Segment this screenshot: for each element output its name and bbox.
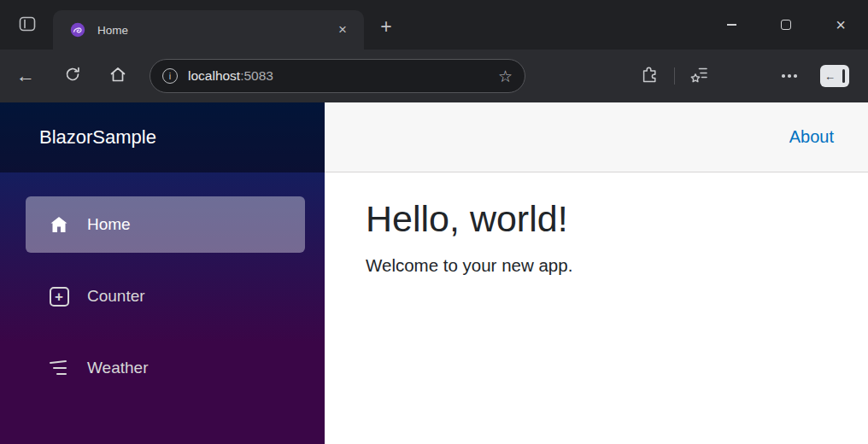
sidebar-item-counter[interactable]: + Counter <box>26 268 305 324</box>
sidebar-item-label: Counter <box>87 287 145 306</box>
toolbar-separator <box>674 67 675 85</box>
tab-actions-icon <box>17 14 38 38</box>
site-info-button[interactable]: i <box>162 68 178 84</box>
minimize-icon <box>727 24 736 26</box>
browser-window: Home × + × ← <box>0 0 868 444</box>
welcome-text: Welcome to your new app. <box>366 255 851 276</box>
close-icon: × <box>338 21 347 38</box>
main-area: About Hello, world! Welcome to your new … <box>325 102 868 444</box>
page-heading: Hello, world! <box>366 198 851 240</box>
sidebar-toggle-icon: ← <box>820 65 849 87</box>
sidebar-brand-row: BlazorSample <box>0 102 325 172</box>
sidebar-toggle-button[interactable]: ← <box>820 62 847 90</box>
browser-toolbar: ← i localhost:5083 ☆ <box>0 50 868 102</box>
refresh-icon <box>64 66 81 86</box>
sidebar-item-label: Home <box>87 215 131 234</box>
url-text: localhost:5083 <box>188 68 273 84</box>
browser-home-button[interactable] <box>103 61 133 91</box>
new-tab-button[interactable]: + <box>372 13 400 40</box>
sidebar-item-home[interactable]: Home <box>26 196 305 253</box>
window-controls: × <box>704 0 868 50</box>
arrow-left-icon: ← <box>824 71 836 82</box>
browser-tab[interactable]: Home × <box>53 10 364 50</box>
star-icon: ☆ <box>498 67 513 85</box>
tab-actions-button[interactable] <box>14 12 41 39</box>
favorites-button[interactable] <box>685 62 713 90</box>
url-host: localhost <box>188 68 240 83</box>
refresh-button[interactable] <box>57 61 88 91</box>
close-window-button[interactable]: × <box>813 0 868 50</box>
settings-menu-button[interactable] <box>776 62 803 90</box>
maximize-button[interactable] <box>759 0 813 50</box>
sidebar-nav: Home + Counter Weather <box>0 172 325 396</box>
favorite-star-button[interactable]: ☆ <box>498 68 513 85</box>
more-options-icon <box>782 74 797 78</box>
tab-strip: Home × + × <box>0 0 868 50</box>
back-icon: ← <box>16 67 35 85</box>
back-button[interactable]: ← <box>10 61 41 91</box>
sidebar-item-label: Weather <box>87 359 148 377</box>
blazor-favicon-icon <box>70 22 85 38</box>
tab-close-button[interactable]: × <box>331 19 354 41</box>
info-icon: i <box>169 72 171 81</box>
address-bar[interactable]: i localhost:5083 ☆ <box>150 59 525 93</box>
extensions-puzzle-icon <box>640 65 659 87</box>
list-nested-icon <box>48 361 70 375</box>
page-top-row: About <box>325 102 868 172</box>
app-sidebar: BlazorSample Home + Counter <box>0 102 325 444</box>
web-page: BlazorSample Home + Counter <box>0 102 868 444</box>
sidebar-item-weather[interactable]: Weather <box>26 340 305 396</box>
tab-title: Home <box>97 24 331 37</box>
plus-square-icon: + <box>48 287 70 307</box>
about-link[interactable]: About <box>789 127 834 147</box>
page-content: Hello, world! Welcome to your new app. <box>325 172 868 276</box>
favorites-star-list-icon <box>689 65 708 87</box>
close-icon: × <box>836 16 846 33</box>
minimize-button[interactable] <box>704 0 759 50</box>
app-brand-link[interactable]: BlazorSample <box>39 126 156 149</box>
house-icon <box>48 215 70 234</box>
extensions-button[interactable] <box>636 62 663 90</box>
home-icon <box>108 65 127 87</box>
plus-icon: + <box>380 15 391 38</box>
url-port: :5083 <box>240 68 273 83</box>
maximize-icon <box>781 20 791 30</box>
